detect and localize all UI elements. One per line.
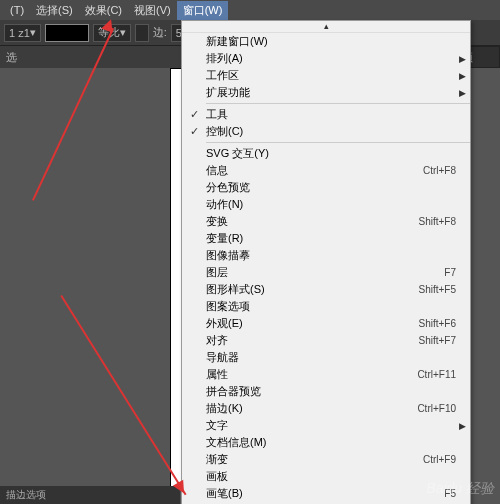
menu-item-shortcut: Shift+F7	[418, 335, 456, 346]
menu-item-shortcut: Ctrl+F9	[423, 454, 456, 465]
menu-item-label: 文字	[206, 418, 456, 433]
menu-item[interactable]: 外观(E)Shift+F6	[182, 315, 470, 332]
menu-item[interactable]: 图像描摹	[182, 247, 470, 264]
check-icon: ✓	[182, 108, 206, 121]
menubar-item-3[interactable]: 视图(V)	[128, 1, 177, 20]
menu-item-shortcut: Ctrl+F11	[417, 369, 456, 380]
menu-item[interactable]: 动作(N)	[182, 196, 470, 213]
menu-item[interactable]: 信息Ctrl+F8	[182, 162, 470, 179]
menu-item-shortcut: F7	[444, 267, 456, 278]
menu-item-label: 外观(E)	[206, 316, 418, 331]
menu-item[interactable]: 文字▶	[182, 417, 470, 434]
menu-item-label: 工作区	[206, 68, 456, 83]
submenu-arrow-icon: ▶	[459, 421, 466, 431]
menu-item-shortcut: Shift+F5	[418, 284, 456, 295]
menu-item-label: 对齐	[206, 333, 418, 348]
menu-item-label: SVG 交互(Y)	[206, 146, 456, 161]
menubar-item-4[interactable]: 窗口(W)	[177, 1, 229, 20]
menu-item-label: 画笔(B)	[206, 486, 444, 501]
menu-item[interactable]: 工作区▶	[182, 67, 470, 84]
menu-separator	[206, 103, 470, 104]
menu-item-label: 渐变	[206, 452, 423, 467]
window-menu-dropdown: ▴ 新建窗口(W)排列(A)▶工作区▶扩展功能▶✓工具✓控制(C)SVG 交互(…	[181, 20, 471, 504]
menu-item[interactable]: 变量(R)	[182, 230, 470, 247]
zoom-select[interactable]: 1 z1 ▾	[4, 24, 41, 42]
menu-item[interactable]: 变换Shift+F8	[182, 213, 470, 230]
menu-item-label: 属性	[206, 367, 417, 382]
menu-item-shortcut: Ctrl+F10	[417, 403, 456, 414]
menu-item-label: 变量(R)	[206, 231, 456, 246]
menu-item[interactable]: 导航器	[182, 349, 470, 366]
menu-item-label: 动作(N)	[206, 197, 456, 212]
menu-item-label: 图案选项	[206, 299, 456, 314]
menu-item-label: 拼合器预览	[206, 384, 456, 399]
submenu-arrow-icon: ▶	[459, 88, 466, 98]
menubar-item-0[interactable]: (T)	[4, 2, 30, 18]
menu-item-label: 画板	[206, 469, 456, 484]
menu-item[interactable]: 拼合器预览	[182, 383, 470, 400]
menu-item-label: 图层	[206, 265, 444, 280]
menu-item-shortcut: Shift+F6	[418, 318, 456, 329]
menu-scroll-up[interactable]: ▴	[182, 21, 470, 33]
submenu-arrow-icon: ▶	[459, 54, 466, 64]
menu-item[interactable]: 属性Ctrl+F11	[182, 366, 470, 383]
menu-item-label: 控制(C)	[206, 124, 456, 139]
menu-item-label: 导航器	[206, 350, 456, 365]
check-icon: ✓	[182, 125, 206, 138]
stroke-preview[interactable]	[45, 24, 89, 42]
menu-item-label: 文档信息(M)	[206, 435, 456, 450]
menu-item-shortcut: Shift+F8	[418, 216, 456, 227]
menu-item-label: 扩展功能	[206, 85, 456, 100]
menu-item[interactable]: 新建窗口(W)	[182, 33, 470, 50]
menu-item[interactable]: 描边(K)Ctrl+F10	[182, 400, 470, 417]
menu-item[interactable]: ✓工具	[182, 106, 470, 123]
menubar-item-1[interactable]: 选择(S)	[30, 1, 79, 20]
menu-item-label: 工具	[206, 107, 456, 122]
points-label: 边:	[153, 25, 167, 40]
menu-item-label: 图像描摹	[206, 248, 456, 263]
menu-item-label: 描边(K)	[206, 401, 417, 416]
menu-item-label: 排列(A)	[206, 51, 456, 66]
menu-item-label: 信息	[206, 163, 423, 178]
menu-item-label: 图形样式(S)	[206, 282, 418, 297]
menu-item[interactable]: 排列(A)▶	[182, 50, 470, 67]
bottom-bar: 描边选项	[0, 486, 180, 504]
menu-item[interactable]: 图形样式(S)Shift+F5	[182, 281, 470, 298]
menu-separator	[206, 142, 470, 143]
menu-item[interactable]: 分色预览	[182, 179, 470, 196]
tool-prev[interactable]	[135, 24, 149, 42]
watermark: Baidu 经验	[426, 480, 494, 498]
menu-item[interactable]: 渐变Ctrl+F9	[182, 451, 470, 468]
menu-item[interactable]: 扩展功能▶	[182, 84, 470, 101]
menu-item[interactable]: 图层F7	[182, 264, 470, 281]
menu-item-label: 新建窗口(W)	[206, 34, 456, 49]
menu-item-shortcut: Ctrl+F8	[423, 165, 456, 176]
menu-item-label: 变换	[206, 214, 418, 229]
menu-item[interactable]: 对齐Shift+F7	[182, 332, 470, 349]
secbar-label: 选	[6, 50, 17, 65]
submenu-arrow-icon: ▶	[459, 71, 466, 81]
menubar-item-2[interactable]: 效果(C)	[79, 1, 128, 20]
menu-item[interactable]: ✓控制(C)	[182, 123, 470, 140]
menu-item[interactable]: SVG 交互(Y)	[182, 145, 470, 162]
menu-item[interactable]: 图案选项	[182, 298, 470, 315]
menu-item[interactable]: 文档信息(M)	[182, 434, 470, 451]
menu-item-label: 分色预览	[206, 180, 456, 195]
